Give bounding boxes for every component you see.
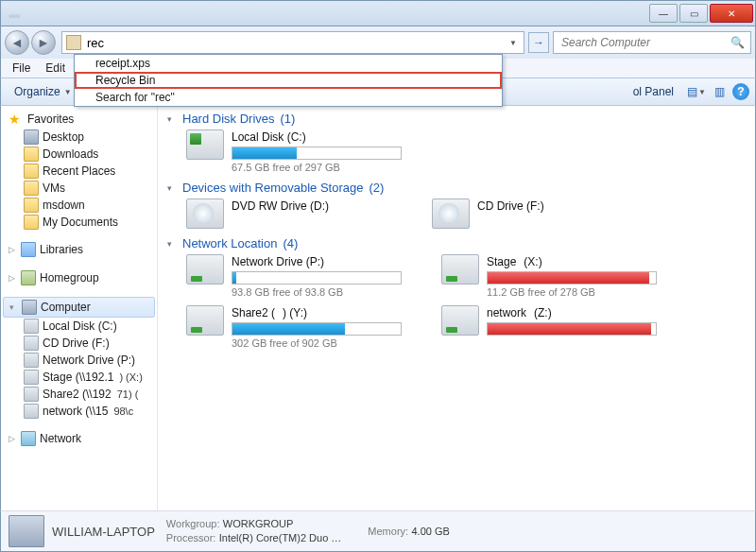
truncated-right-label: ol Panel — [633, 85, 683, 98]
address-dropdown-icon[interactable]: ▼ — [507, 39, 520, 47]
computer-header[interactable]: ▾ Computer — [3, 297, 155, 318]
homegroup-label: Homegroup — [40, 271, 99, 285]
details-memory-val: 4.00 GB — [411, 526, 449, 537]
group-network[interactable]: ▾ Network Location (4) — [167, 236, 746, 250]
drive-cd[interactable]: CD Drive (F:) — [432, 198, 640, 229]
address-bar[interactable]: ▼ — [61, 31, 524, 54]
sidebar-item-share2[interactable]: Share2 (\\19271) ( — [3, 386, 155, 403]
help-button[interactable]: ? — [732, 83, 749, 100]
menu-edit[interactable]: Edit — [38, 61, 73, 75]
close-button[interactable]: ✕ — [710, 4, 753, 23]
search-icon[interactable]: 🔍 — [730, 36, 745, 49]
go-button[interactable]: → — [528, 32, 549, 53]
disc-icon — [24, 336, 39, 351]
address-autocomplete: receipt.xps Recycle Bin Search for "rec" — [74, 54, 503, 107]
sidebar-item-vms[interactable]: VMs — [3, 180, 155, 197]
cd-drive-icon — [432, 198, 470, 229]
autocomplete-item[interactable]: Recycle Bin — [75, 72, 502, 89]
drive-freespace: 67.5 GB free of 297 GB — [232, 162, 451, 173]
libraries-label: Libraries — [40, 243, 83, 256]
computer-icon — [22, 300, 37, 315]
details-name: WILLIAM-LAPTOP — [52, 525, 155, 539]
menu-file[interactable]: File — [5, 61, 38, 75]
nav-group-favorites: ★ Favorites Desktop Downloads Recent Pla… — [3, 110, 155, 231]
sidebar-item-network-z[interactable]: network (\\1598\c — [3, 403, 155, 420]
drive-label: DVD RW Drive (D:) — [232, 198, 394, 214]
network-header[interactable]: ▷ Network — [3, 429, 155, 448]
homegroup-icon — [21, 270, 36, 285]
autocomplete-item[interactable]: receipt.xps — [75, 55, 502, 72]
search-input[interactable] — [559, 35, 730, 50]
drive-dvd[interactable]: DVD RW Drive (D:) — [186, 198, 394, 229]
minimize-button[interactable]: — — [649, 4, 678, 23]
network-drive-icon — [24, 370, 39, 385]
capacity-bar — [232, 271, 402, 285]
drive-net-p[interactable]: Network Drive (P:) 93.8 GB free of 93.8 … — [186, 254, 404, 298]
drive-network-z[interactable]: network(Z:) — [441, 305, 659, 349]
preview-pane-button[interactable]: ▥ — [710, 82, 729, 101]
sidebar-item-recent[interactable]: Recent Places — [3, 163, 155, 180]
homegroup-header[interactable]: ▷ Homegroup — [3, 268, 155, 287]
search-box[interactable]: 🔍 — [553, 31, 751, 54]
sidebar-item-mydocs[interactable]: My Documents — [3, 214, 155, 231]
view-style-button[interactable]: ▤▼ — [687, 82, 706, 101]
group-hdd[interactable]: ▾ Hard Disk Drives (1) — [167, 112, 746, 126]
computer-icon — [9, 515, 44, 547]
drive-label: Local Disk (C:) — [232, 129, 451, 145]
drive-freespace: 302 GB free of 902 GB — [232, 337, 404, 349]
group-removable-title: Devices with Removable Storage — [182, 181, 363, 195]
drive-share2-y[interactable]: Share2 () (Y:) 302 GB free of 902 GB — [186, 305, 404, 349]
drive-label: Stage — [487, 255, 516, 268]
drive-label: network — [487, 306, 526, 319]
network-drive-icon — [441, 254, 479, 285]
autocomplete-search[interactable]: Search for "rec" — [75, 89, 502, 106]
details-workgroup-key: Workgroup: — [166, 518, 220, 529]
drive-freespace: 93.8 GB free of 93.8 GB — [232, 286, 404, 298]
drive-letter: (X:) — [524, 255, 541, 268]
group-network-count: (4) — [283, 236, 298, 250]
drive-label: Network Drive (P:) — [232, 255, 324, 268]
chevron-down-icon: ▼ — [64, 88, 72, 96]
sidebar-item-localdisk[interactable]: Local Disk (C:) — [3, 318, 155, 335]
sidebar-item-stage[interactable]: Stage (\\192.1) (X:) — [3, 369, 155, 386]
sidebar-item-downloads[interactable]: Downloads — [3, 146, 155, 163]
network-drive-icon — [186, 305, 224, 336]
capacity-bar — [487, 322, 657, 336]
network-drive-icon — [24, 387, 39, 402]
folder-icon — [24, 198, 39, 213]
libraries-icon — [21, 242, 36, 257]
folder-icon — [24, 181, 39, 196]
drive-local-c[interactable]: Local Disk (C:) 67.5 GB free of 297 GB — [186, 129, 451, 173]
favorites-header[interactable]: ★ Favorites — [3, 110, 155, 129]
libraries-header[interactable]: ▷ Libraries — [3, 240, 155, 259]
network-drive-icon — [441, 305, 479, 336]
chevron-down-icon: ▾ — [167, 239, 177, 249]
window-controls: — ▭ ✕ — [647, 4, 755, 23]
address-input[interactable] — [85, 35, 507, 51]
details-workgroup-val: WORKGROUP — [223, 518, 294, 529]
title-bar: … — ▭ ✕ — [0, 0, 756, 26]
chevron-right-icon: ▷ — [9, 273, 17, 283]
group-removable-count: (2) — [369, 181, 384, 195]
drive-icon — [24, 319, 39, 334]
capacity-bar — [487, 271, 657, 285]
back-button[interactable]: ◄ — [5, 30, 29, 55]
folder-icon — [24, 215, 39, 230]
forward-button[interactable]: ► — [31, 30, 56, 55]
drive-letter: (Z:) — [534, 306, 552, 319]
details-processor-key: Processor: — [166, 532, 216, 543]
sidebar-item-cddrive[interactable]: CD Drive (F:) — [3, 335, 155, 352]
drive-stage-x[interactable]: Stage(X:) 11.2 GB free of 278 GB — [441, 254, 659, 298]
sidebar-item-desktop[interactable]: Desktop — [3, 129, 155, 146]
drive-label: Share2 ( — [232, 306, 275, 319]
sidebar-item-msdown[interactable]: msdown — [3, 197, 155, 214]
group-removable[interactable]: ▾ Devices with Removable Storage (2) — [167, 181, 746, 195]
organize-button[interactable]: Organize ▼ — [7, 83, 79, 100]
folder-icon — [24, 164, 39, 179]
sidebar-item-netdrive[interactable]: Network Drive (P:) — [3, 352, 155, 369]
group-hdd-count: (1) — [281, 112, 296, 126]
capacity-bar — [232, 147, 402, 160]
details-memory-key: Memory: — [368, 526, 408, 537]
network-icon — [21, 431, 36, 446]
maximize-button[interactable]: ▭ — [679, 4, 708, 23]
